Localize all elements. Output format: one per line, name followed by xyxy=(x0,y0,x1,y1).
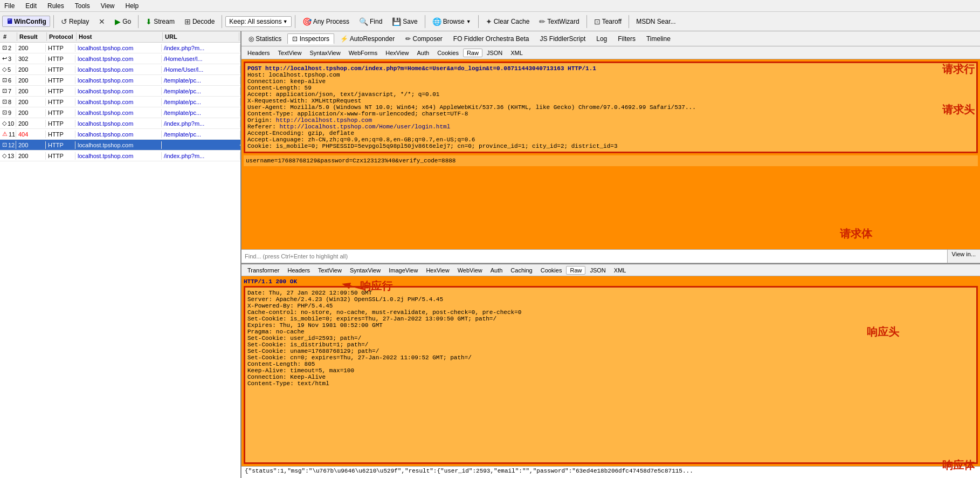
keep-dropdown[interactable]: Keep: All sessions ▼ xyxy=(225,16,291,27)
menu-view[interactable]: View xyxy=(99,2,117,10)
cell-num: ◇ 13 xyxy=(0,152,16,160)
cell-url: /template/pc... xyxy=(162,109,240,117)
session-row[interactable]: ⊡ 12 200 HTTP localhost.tpshop.com xyxy=(0,140,240,151)
response-subtab-json[interactable]: JSON xyxy=(586,266,609,275)
response-header-line: Content-Length: 805 xyxy=(247,361,974,367)
tab-composer[interactable]: ✏ Composer xyxy=(401,33,447,44)
decode-button[interactable]: ⊞ Decode xyxy=(181,16,218,28)
session-row[interactable]: ⊡ 7 200 HTTP localhost.tpshop.com /templ… xyxy=(0,86,240,97)
response-subtab-headers[interactable]: Headers xyxy=(284,266,314,275)
browse-button[interactable]: 🌐 Browse ▼ xyxy=(429,16,475,28)
request-header-line: Accept: application/json, text/javascrip… xyxy=(247,91,974,98)
request-subtab-syntaxview[interactable]: SyntaxView xyxy=(306,49,344,57)
menu-file[interactable]: File xyxy=(2,2,17,10)
request-subtab-raw[interactable]: Raw xyxy=(463,49,482,57)
menu-tools[interactable]: Tools xyxy=(73,2,92,10)
response-subtab-webview[interactable]: WebView xyxy=(454,266,486,275)
cell-url: /Home/user/l... xyxy=(162,55,240,63)
session-row[interactable]: ◇ 13 200 HTTP localhost.tpshop.com /inde… xyxy=(0,151,240,161)
session-row[interactable]: ↩ 3 302 HTTP localhost.tpshop.com /Home/… xyxy=(0,53,240,64)
session-row[interactable]: ⚠ 11 404 HTTP localhost.tpshop.com /temp… xyxy=(0,129,240,140)
delete-icon: ✕ xyxy=(99,17,105,26)
request-subtab-webforms[interactable]: WebForms xyxy=(345,49,382,57)
stream-button[interactable]: ⬇ Stream xyxy=(142,16,178,28)
tab-log[interactable]: Log xyxy=(591,33,612,44)
col-header-result: Result xyxy=(17,32,47,41)
response-header-line: Set-Cookie: is_distribut=1; path=/ xyxy=(247,342,974,348)
cell-result: 200 xyxy=(16,44,46,52)
find-input[interactable] xyxy=(241,252,947,261)
cell-host: localhost.tpshop.com xyxy=(75,131,162,138)
tab-statistics[interactable]: ◎ Statistics xyxy=(244,33,286,44)
col-header-protocol: Protocol xyxy=(47,32,77,41)
annotation-response-body: 响应体 xyxy=(942,458,975,473)
cell-protocol: HTTP xyxy=(46,66,75,73)
row-icon: ⊡ xyxy=(2,77,7,84)
replay-button[interactable]: ↺ Replay xyxy=(57,16,93,28)
sessions-panel: # Result Protocol Host URL ⊡ 2 200 HTTP … xyxy=(0,31,241,478)
session-row[interactable]: ◇ 5 200 HTTP localhost.tpshop.com /Home/… xyxy=(0,64,240,75)
tab-inspectors[interactable]: ⊡ Inspectors xyxy=(287,33,334,44)
tab-filters[interactable]: Filters xyxy=(613,33,640,44)
cell-url: /Home/User/l... xyxy=(162,66,240,73)
tab-fiddlerscript[interactable]: JS FiddlerScript xyxy=(535,33,591,44)
request-header-line: Content-Length: 59 xyxy=(247,85,974,91)
session-row[interactable]: ⊡ 9 200 HTTP localhost.tpshop.com /templ… xyxy=(0,107,240,118)
find-button[interactable]: 🔍 Find xyxy=(355,16,386,28)
go-button[interactable]: ▶ Go xyxy=(111,16,135,28)
session-row[interactable]: ◇ 10 200 HTTP localhost.tpshop.com /inde… xyxy=(0,118,240,129)
request-subtab-xml[interactable]: XML xyxy=(507,49,527,57)
cell-num: ⊡ 8 xyxy=(0,98,16,106)
clear-cache-button[interactable]: ✦ Clear Cache xyxy=(482,16,534,28)
browse-icon: 🌐 xyxy=(432,17,441,26)
response-subtab-hexview[interactable]: HexView xyxy=(422,266,453,275)
menu-edit[interactable]: Edit xyxy=(23,2,39,10)
request-subtab-cookies[interactable]: Cookies xyxy=(433,49,463,57)
tab-autoresponder[interactable]: ⚡ AutoResponder xyxy=(335,33,399,44)
view-in-button[interactable]: View in... xyxy=(947,250,980,263)
winconfig-button[interactable]: 🖥 WinConfig xyxy=(2,16,50,27)
response-subtab-auth[interactable]: Auth xyxy=(487,266,507,275)
request-header-line: Accept-Language: zh-CN,zh;q=0.9,en;q=0.8… xyxy=(247,136,974,143)
request-subtab-headers[interactable]: Headers xyxy=(244,49,274,57)
response-subtab-cookies[interactable]: Cookies xyxy=(537,266,566,275)
response-subtab-caching[interactable]: Caching xyxy=(507,266,536,275)
col-header-url: URL xyxy=(163,32,239,41)
menu-help[interactable]: Help xyxy=(123,2,141,10)
sep2 xyxy=(138,15,139,28)
request-subtab-auth[interactable]: Auth xyxy=(413,49,433,57)
request-subtab-textview[interactable]: TextView xyxy=(274,49,306,57)
cell-protocol: HTTP xyxy=(46,44,75,52)
session-row[interactable]: ⊡ 6 200 HTTP localhost.tpshop.com /templ… xyxy=(0,75,240,86)
delete-button[interactable]: ✕ xyxy=(95,16,109,28)
cell-protocol: HTTP xyxy=(46,87,75,95)
save-button[interactable]: 💾 Save xyxy=(388,16,421,28)
cell-protocol: HTTP xyxy=(46,152,75,160)
session-row[interactable]: ⊡ 2 200 HTTP localhost.tpshop.com /index… xyxy=(0,43,240,53)
cell-protocol: HTTP xyxy=(46,77,75,84)
request-url-link[interactable]: http://localhost.tpshop.com/index.php?m=… xyxy=(265,65,564,72)
tab-fiddler-orchestra-beta[interactable]: FO Fiddler Orchestra Beta xyxy=(448,33,534,44)
text-wizard-button[interactable]: ✏ TextWizard xyxy=(535,16,583,28)
tearoff-button[interactable]: ⊡ Tearoff xyxy=(590,16,625,28)
response-subtab-raw[interactable]: Raw xyxy=(566,266,585,275)
response-subtab-syntaxview[interactable]: SyntaxView xyxy=(346,266,384,275)
request-header-line: X-Requested-With: XMLHttpRequest xyxy=(247,98,974,104)
tab-timeline[interactable]: Timeline xyxy=(641,33,675,44)
response-subtab-imageview[interactable]: ImageView xyxy=(385,266,422,275)
find-icon: 🔍 xyxy=(359,17,368,26)
session-row[interactable]: ⊡ 8 200 HTTP localhost.tpshop.com /templ… xyxy=(0,97,240,107)
response-subtab-xml[interactable]: XML xyxy=(610,266,630,275)
request-header-line: User-Agent: Mozilla/5.0 (Windows NT 10.0… xyxy=(247,104,974,111)
menu-rules[interactable]: Rules xyxy=(45,2,66,10)
any-process-button[interactable]: 🎯 Any Process xyxy=(299,16,353,28)
request-header-line: Cookie: is_mobile=0; PHPSESSID=5evpgol5q… xyxy=(247,143,974,149)
cell-url: /template/pc... xyxy=(162,98,240,106)
request-subtab-json[interactable]: JSON xyxy=(483,49,506,57)
msdn-button[interactable]: MSDN Sear... xyxy=(632,16,679,27)
response-header-line: Expires: Thu, 19 Nov 1981 08:52:00 GMT xyxy=(247,322,974,329)
request-subtab-hexview[interactable]: HexView xyxy=(382,49,412,57)
response-subtab-transformer[interactable]: Transformer xyxy=(244,266,284,275)
cell-result: 200 xyxy=(16,77,46,84)
response-subtab-textview[interactable]: TextView xyxy=(314,266,346,275)
